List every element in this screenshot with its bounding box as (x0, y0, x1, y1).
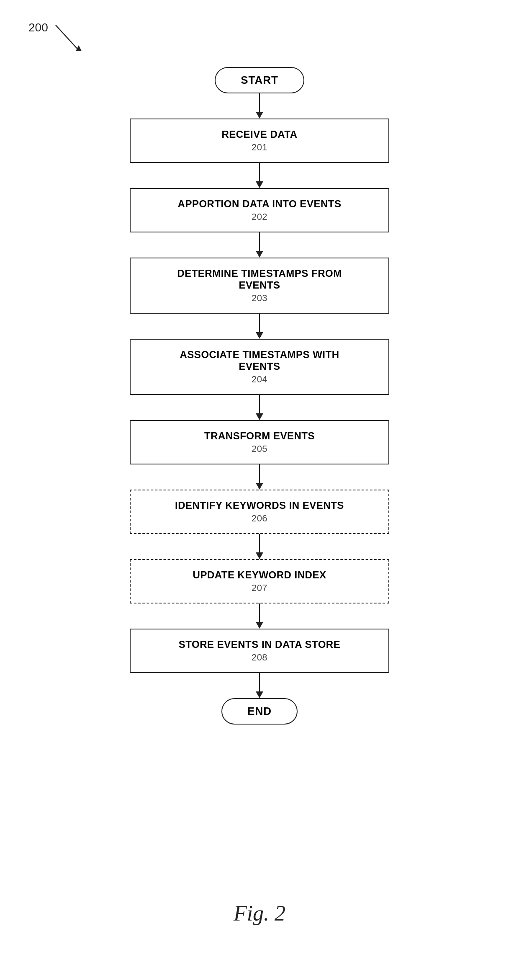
node-208-title: STORE EVENTS IN DATA STORE (143, 639, 376, 650)
flowchart: START RECEIVE DATA 201 APPORTION DATA IN… (117, 67, 402, 725)
node-201: RECEIVE DATA 201 (117, 119, 402, 163)
node-203-title: DETERMINE TIMESTAMPS FROMEVENTS (143, 268, 376, 291)
arrow-connector (256, 603, 263, 629)
node-205: TRANSFORM EVENTS 205 (117, 420, 402, 464)
start-label: START (215, 67, 304, 93)
node-206-title: IDENTIFY KEYWORDS IN EVENTS (143, 500, 376, 511)
reference-arrow-icon (51, 21, 89, 59)
arrow-connector (256, 534, 263, 559)
arrow-connector (256, 93, 263, 119)
node-204-number: 204 (143, 374, 376, 385)
end-node: END (117, 698, 402, 725)
node-206: IDENTIFY KEYWORDS IN EVENTS 206 (117, 490, 402, 534)
node-208: STORE EVENTS IN DATA STORE 208 (117, 629, 402, 673)
node-202: APPORTION DATA INTO EVENTS 202 (117, 188, 402, 232)
node-204: ASSOCIATE TIMESTAMPS WITHEVENTS 204 (117, 339, 402, 395)
node-205-title: TRANSFORM EVENTS (143, 430, 376, 442)
start-node: START (117, 67, 402, 93)
figure-reference-label: 200 (28, 21, 48, 34)
node-207-number: 207 (143, 583, 376, 593)
node-206-number: 206 (143, 513, 376, 524)
node-204-title: ASSOCIATE TIMESTAMPS WITHEVENTS (143, 349, 376, 372)
arrow-connector (256, 673, 263, 698)
end-label: END (221, 698, 298, 725)
arrow-connector (256, 314, 263, 339)
arrow-connector (256, 163, 263, 188)
node-203: DETERMINE TIMESTAMPS FROMEVENTS 203 (117, 258, 402, 314)
node-202-title: APPORTION DATA INTO EVENTS (143, 198, 376, 210)
arrow-connector (256, 464, 263, 490)
figure-caption: Fig. 2 (234, 901, 285, 926)
node-202-number: 202 (143, 211, 376, 222)
arrow-connector (256, 232, 263, 258)
diagram-container: 200 START RECEIVE DATA 201 (0, 0, 519, 980)
node-201-number: 201 (143, 142, 376, 153)
node-207: UPDATE KEYWORD INDEX 207 (117, 559, 402, 603)
svg-line-0 (56, 25, 79, 50)
node-201-title: RECEIVE DATA (143, 129, 376, 140)
node-207-title: UPDATE KEYWORD INDEX (143, 569, 376, 581)
node-208-number: 208 (143, 652, 376, 663)
arrow-connector (256, 395, 263, 420)
node-205-number: 205 (143, 444, 376, 454)
node-203-number: 203 (143, 293, 376, 304)
